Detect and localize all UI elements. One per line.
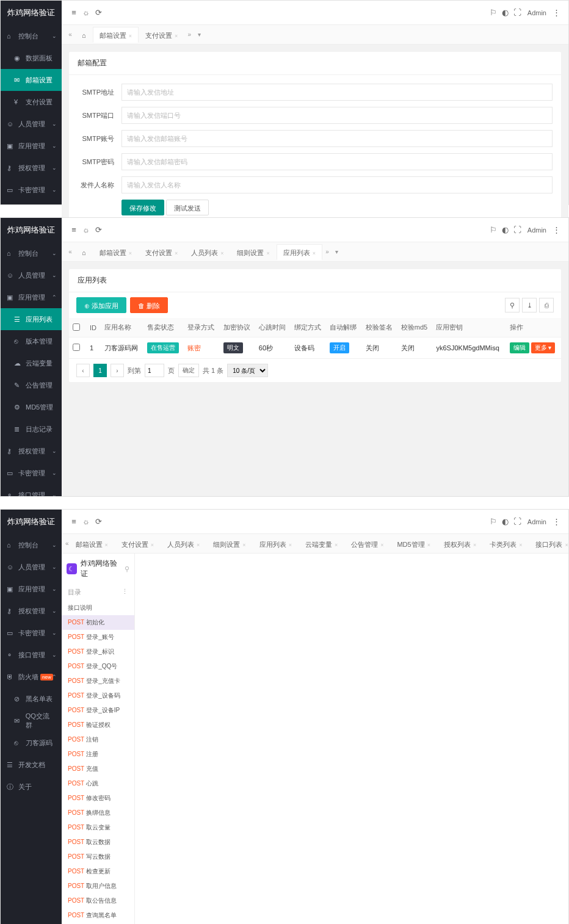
tab-mail[interactable]: 邮箱设置× (93, 27, 139, 43)
tab-cloudvar[interactable]: 云端变量× (299, 536, 344, 552)
doc-item[interactable]: POST取云数据 (62, 835, 134, 850)
nav-version[interactable]: ⎋版本管理 (1, 330, 62, 352)
doc-item[interactable]: POST取公告信息 (62, 893, 134, 908)
tab-pay[interactable]: 支付设置× (139, 244, 184, 260)
tab-notice[interactable]: 公告管理× (344, 536, 390, 552)
doc-item[interactable]: POST心跳 (62, 776, 134, 791)
more-icon[interactable]: ⋮ (550, 8, 562, 17)
pager-next[interactable]: › (111, 364, 124, 377)
nav-auth[interactable]: ⚷授权管理⌄ (1, 440, 62, 462)
tab-people[interactable]: 人员列表× (184, 244, 230, 260)
nav-mail-settings[interactable]: ✉邮箱设置 (1, 69, 62, 91)
refresh-icon[interactable]: ⟳ (92, 517, 104, 526)
input-smtp-host[interactable] (121, 84, 553, 101)
more-button[interactable]: 更多 ▾ (531, 342, 556, 353)
doc-item[interactable]: POST取云变量 (62, 820, 134, 835)
refresh-icon[interactable]: ⟳ (92, 225, 104, 234)
edit-button[interactable]: 编辑 (510, 342, 529, 353)
doc-item[interactable]: POST验证授权 (62, 718, 134, 732)
nav-app[interactable]: ▣应用管理⌃ (1, 286, 62, 308)
nav-log[interactable]: ≣日志记录 (1, 418, 62, 440)
tabs-next-icon[interactable]: » (184, 31, 194, 38)
print-icon[interactable]: ⎙ (539, 298, 554, 312)
nav-api[interactable]: ⚬接口管理⌄ (1, 644, 62, 666)
input-sender[interactable] (121, 176, 553, 193)
doc-item[interactable]: POST取用户信息 (62, 879, 134, 893)
nav-pay-settings[interactable]: ¥支付设置 (1, 91, 62, 113)
tab-cardlist[interactable]: 卡类列表× (483, 536, 529, 552)
nav-app[interactable]: ▣应用管理⌄ (1, 578, 62, 600)
nav-dashboard[interactable]: ◉数据面板 (1, 47, 62, 69)
message-icon[interactable]: ⚐ (487, 517, 499, 526)
nav-md5[interactable]: ⚙MD5管理 (1, 396, 62, 418)
doc-item[interactable]: POST写云数据 (62, 850, 134, 864)
more-icon[interactable]: ⋮ (550, 517, 562, 526)
nav-docs[interactable]: ☰开发文档 (1, 754, 62, 776)
theme-icon[interactable]: ◐ (499, 517, 512, 526)
tab-rules[interactable]: 细则设置× (230, 244, 276, 260)
pager-goto-input[interactable] (145, 364, 164, 377)
tab-people[interactable]: 人员列表× (161, 536, 206, 552)
user-menu[interactable]: Admin (527, 9, 546, 16)
fullscreen-icon[interactable]: ⛶ (512, 8, 524, 17)
user-menu[interactable]: Admin (527, 518, 546, 525)
doc-item[interactable]: 接口说明 (62, 601, 134, 615)
nav-firewall[interactable]: ⛨防火墙new⌃ (1, 666, 62, 688)
add-app-button[interactable]: ⊕ 添加应用 (76, 297, 126, 313)
tab-apilist[interactable]: 接口列表× (529, 536, 568, 552)
doc-item[interactable]: POST登录_设备IP (62, 703, 134, 718)
nav-cloud-var[interactable]: ☁云端变量 (1, 352, 62, 374)
tabs-prev-icon[interactable]: « (65, 248, 75, 255)
message-icon[interactable]: ⚐ (487, 8, 499, 17)
menu-toggle-icon[interactable]: ≡ (68, 8, 80, 17)
tabs-menu-icon[interactable]: ▾ (332, 248, 342, 255)
nav-console[interactable]: ⌂控制台⌄ (1, 242, 62, 264)
nav-people[interactable]: ☺人员管理⌄ (1, 556, 62, 578)
nav-api[interactable]: ⚬接口管理⌄ (1, 484, 62, 496)
sun-icon[interactable]: ☼ (80, 8, 92, 17)
tab-rules[interactable]: 细则设置× (206, 536, 252, 552)
tabs-next-icon[interactable]: » (322, 248, 332, 255)
pager-page-1[interactable]: 1 (93, 364, 107, 377)
pager-ok-button[interactable]: 确定 (178, 364, 199, 377)
nav-card[interactable]: ▭卡密管理⌄ (1, 622, 62, 644)
doc-item[interactable]: POST初始化 (62, 615, 134, 630)
sun-icon[interactable]: ☼ (80, 517, 92, 526)
row-checkbox[interactable] (73, 344, 80, 351)
menu-toggle-icon[interactable]: ≡ (68, 225, 80, 234)
close-icon[interactable]: × (129, 33, 132, 39)
tabs-prev-icon[interactable]: « (65, 31, 75, 38)
doc-item[interactable]: POST充值 (62, 762, 134, 776)
doc-item[interactable]: POST换绑信息 (62, 806, 134, 820)
nav-auth[interactable]: ⚷授权管理⌄ (1, 600, 62, 622)
nav-app-list[interactable]: ☰应用列表 (1, 308, 62, 330)
tab-app-list[interactable]: 应用列表× (277, 244, 322, 260)
theme-icon[interactable]: ◐ (499, 8, 512, 17)
nav-qq[interactable]: ✉QQ交流群 (1, 710, 62, 732)
nav-app[interactable]: ▣应用管理⌄ (1, 135, 62, 157)
nav-notice[interactable]: ✎公告管理 (1, 374, 62, 396)
doc-item[interactable]: POST登录_账号 (62, 630, 134, 644)
nav-console[interactable]: ⌂控制台⌄ (1, 534, 62, 556)
doc-item[interactable]: POST注册 (62, 747, 134, 762)
message-icon[interactable]: ⚐ (487, 225, 499, 234)
input-smtp-user[interactable] (121, 130, 553, 147)
nav-people[interactable]: ☺人员管理⌄ (1, 113, 62, 135)
tabs-menu-icon[interactable]: ▾ (194, 31, 204, 38)
tab-pay[interactable]: 支付设置× (139, 27, 184, 43)
user-menu[interactable]: Admin (527, 226, 546, 234)
doc-item[interactable]: POST登录_设备码 (62, 688, 134, 703)
doc-item[interactable]: POST登录_充值卡 (62, 674, 134, 688)
save-button[interactable]: 保存修改 (121, 200, 164, 215)
tab-authlist[interactable]: 授权列表× (437, 536, 483, 552)
filter-icon[interactable]: ⚲ (505, 298, 520, 312)
pager-prev[interactable]: ‹ (76, 364, 90, 377)
doc-item[interactable]: POST注销 (62, 732, 134, 747)
nav-auth[interactable]: ⚷授权管理⌄ (1, 157, 62, 179)
doc-item[interactable]: POST登录_QQ号 (62, 659, 134, 674)
nav-api[interactable]: ⚬接口管理⌄ (1, 201, 62, 204)
close-icon[interactable]: × (175, 33, 178, 39)
tab-mail[interactable]: 邮箱设置× (69, 536, 115, 552)
nav-card[interactable]: ▭卡密管理⌄ (1, 179, 62, 201)
nav-about[interactable]: ⓘ关于 (1, 776, 62, 798)
